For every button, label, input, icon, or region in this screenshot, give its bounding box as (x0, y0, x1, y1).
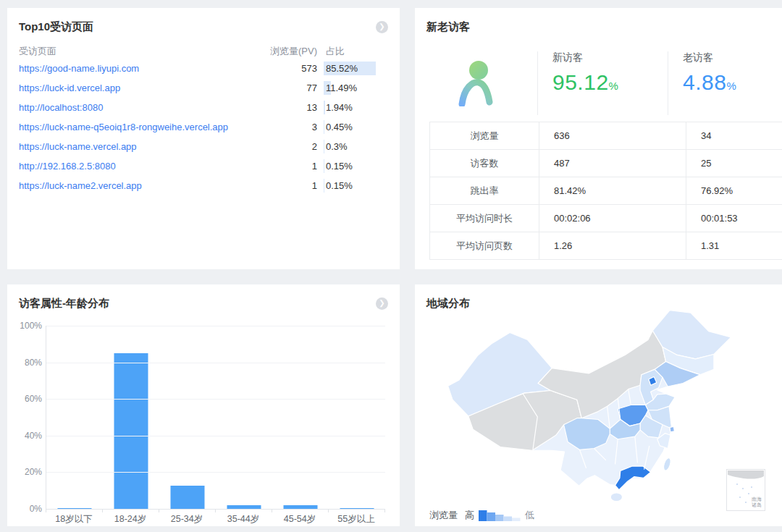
bar-slot (216, 326, 272, 509)
x-axis-tick (328, 510, 329, 512)
new-visitor-label: 新访客 (552, 51, 668, 64)
page-url-link[interactable]: https://luck-name.vercel.app (19, 141, 266, 152)
gridline (46, 472, 385, 473)
ratio-cell: 0.3% (326, 140, 388, 153)
column-header-page: 受访页面 (19, 45, 266, 58)
x-axis-category-label: 25-34岁 (159, 513, 215, 525)
gridline (46, 326, 385, 326)
ratio-bar (324, 101, 325, 114)
table-header: 受访页面 浏览量(PV) 占比 (7, 44, 400, 59)
inset-label: 南海诸岛 (751, 497, 762, 508)
ratio-value: 1.94% (326, 102, 353, 113)
age-bar[interactable] (227, 505, 261, 509)
x-axis-category-label: 45-54岁 (272, 513, 328, 525)
card-header: 新老访客 (415, 8, 782, 34)
page-url-link[interactable]: https://luck-id.vercel.app (19, 83, 266, 93)
age-bar[interactable] (340, 508, 374, 509)
y-axis-tick-label: 60% (10, 394, 42, 404)
metric-old-value: 34 (686, 122, 782, 150)
province-taiwan[interactable] (663, 457, 672, 471)
pv-value: 3 (266, 122, 317, 132)
province-shanghai[interactable] (670, 427, 674, 432)
card-age-distribution: 访客属性-年龄分布 ❯ 100%80%60%40%20%0% 18岁以下18-2… (7, 284, 400, 526)
new-visitor-value: 95.12% (552, 70, 668, 95)
page-url-link[interactable]: https://luck-name2.vercel.app (19, 180, 266, 191)
visitor-metrics-table: 浏览量63634访客数48725跳出率81.42%76.92%平均访问时长00:… (429, 122, 782, 260)
pv-value: 573 (266, 63, 317, 74)
old-visitor-value: 4.88% (683, 70, 782, 95)
table-row: https://luck-name.vercel.app20.3% (7, 137, 400, 156)
x-axis-tick (215, 510, 216, 512)
old-visitor-stat: 老访客 4.88% (668, 48, 782, 118)
china-map (445, 306, 735, 504)
page-url-link[interactable]: http://192.168.2.5:8080 (19, 161, 266, 172)
metric-label: 平均访问时长 (430, 205, 539, 232)
ratio-cell: 1.94% (326, 101, 388, 114)
metric-row: 浏览量63634 (430, 122, 782, 150)
pv-value: 2 (266, 141, 317, 152)
age-bar[interactable] (171, 486, 205, 509)
y-axis-tick-label: 100% (10, 321, 42, 331)
metric-new-value: 636 (539, 122, 686, 150)
age-bar[interactable] (58, 508, 92, 509)
metric-row: 访客数48725 (430, 150, 782, 177)
metric-new-value: 487 (539, 150, 686, 177)
x-axis-tick (159, 510, 159, 512)
metric-old-value: 76.92% (686, 177, 782, 205)
visitor-icon-cell (415, 48, 537, 118)
metric-label: 访客数 (430, 150, 539, 177)
province-hainan[interactable] (610, 493, 622, 502)
chevron-right-icon[interactable]: ❯ (376, 297, 388, 310)
page-url-link[interactable]: https://luck-name-q5eoiq1r8-rongweihe.ve… (19, 122, 266, 132)
page-url-link[interactable]: https://good-name.liyupi.com (19, 63, 266, 74)
card-region-map: 地域分布 (415, 284, 782, 526)
age-bar[interactable] (284, 505, 318, 509)
pv-value: 1 (266, 161, 317, 172)
top-pages-table: https://good-name.liyupi.com57385.52%htt… (7, 59, 400, 195)
map-legend: 浏览量 高 低 (429, 509, 534, 522)
ratio-value: 0.3% (326, 141, 348, 152)
x-axis-tick (46, 510, 46, 512)
table-row: https://luck-id.vercel.app7711.49% (7, 78, 400, 98)
table-row: http://localhost:8080131.94% (7, 98, 400, 117)
south-china-sea-inset: 南海诸岛 (726, 469, 765, 511)
page-url-link[interactable]: http://localhost:8080 (19, 102, 266, 113)
legend-wedge-step (487, 512, 496, 521)
bar-slot (103, 326, 159, 509)
age-bar-chart (46, 326, 385, 510)
ratio-cell: 11.49% (326, 81, 388, 95)
table-row: http://192.168.2.5:808010.15% (7, 156, 400, 176)
legend-wedge-step (504, 517, 513, 522)
x-axis-category-label: 55岁以上 (328, 513, 384, 525)
ratio-cell: 0.15% (326, 179, 388, 193)
ratio-cell: 0.45% (326, 120, 388, 134)
table-row: https://good-name.liyupi.com57385.52% (7, 59, 400, 78)
y-axis-tick-label: 20% (10, 467, 42, 477)
ratio-value: 0.45% (326, 122, 353, 132)
metric-row: 跳出率81.42%76.92% (430, 177, 782, 205)
gridline (46, 363, 385, 363)
age-bar[interactable] (114, 353, 148, 509)
analytics-dashboard: { "cards": { "top_pages": { "title": "To… (0, 0, 782, 532)
ratio-value: 0.15% (326, 161, 353, 172)
gridline (46, 399, 385, 400)
card-title: 新老访客 (426, 20, 470, 34)
person-icon (458, 60, 495, 106)
metric-row: 平均访问页数1.261.31 (430, 232, 782, 260)
bar-slot (272, 326, 329, 509)
card-header: Top10受访页面 ❯ (7, 8, 400, 34)
legend-metric-label: 浏览量 (429, 509, 458, 522)
table-row: https://luck-name-q5eoiq1r8-rongweihe.ve… (7, 117, 400, 137)
x-axis-labels: 18岁以下18-24岁25-34岁35-44岁45-54岁55岁以上 (46, 513, 384, 525)
x-axis-category-label: 18岁以下 (46, 513, 102, 525)
metric-new-value: 81.42% (539, 177, 686, 205)
visitor-stats-row: 新访客 95.12% 老访客 4.88% (415, 48, 782, 118)
y-axis-tick-label: 40% (10, 431, 42, 441)
old-visitor-label: 老访客 (683, 51, 782, 64)
y-axis-tick-label: 0% (10, 504, 42, 514)
new-visitor-stat: 新访客 95.12% (538, 48, 668, 118)
legend-high-label: 高 (465, 509, 474, 522)
metric-label: 浏览量 (430, 122, 539, 150)
chevron-right-icon[interactable]: ❯ (376, 21, 388, 33)
metric-old-value: 00:01:53 (686, 205, 782, 232)
